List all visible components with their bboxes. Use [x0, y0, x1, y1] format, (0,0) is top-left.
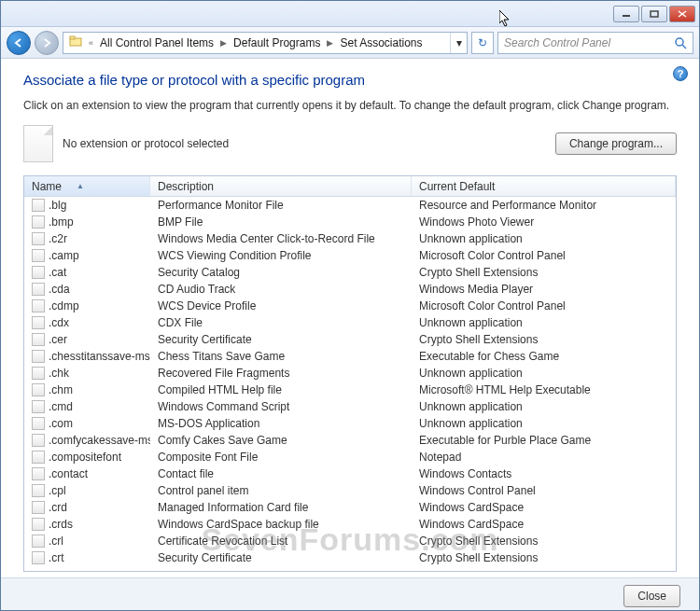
breadcrumb-dropdown[interactable]: ▾	[450, 33, 467, 53]
file-type-icon	[32, 299, 45, 312]
file-type-icon	[32, 484, 45, 497]
table-row[interactable]: .crdManaged Information Card fileWindows…	[24, 499, 676, 516]
file-type-icon	[32, 333, 45, 346]
search-placeholder: Search Control Panel	[504, 36, 610, 49]
column-header-description[interactable]: Description	[150, 176, 412, 196]
table-row[interactable]: .cdaCD Audio TrackWindows Media Player	[24, 281, 676, 298]
table-row[interactable]: .chmCompiled HTML Help fileMicrosoft® HT…	[24, 382, 676, 398]
table-row[interactable]: .catSecurity CatalogCrypto Shell Extensi…	[24, 264, 676, 281]
file-type-icon	[32, 434, 45, 447]
table-row[interactable]: .chkRecovered File FragmentsUnknown appl…	[24, 365, 676, 382]
maximize-button[interactable]	[641, 6, 667, 22]
svg-line-7	[682, 45, 686, 49]
close-button[interactable]: Close	[623, 585, 680, 607]
minimize-button[interactable]	[613, 6, 639, 22]
file-type-icon	[32, 551, 45, 564]
breadcrumb-item[interactable]: All Control Panel Items	[96, 36, 217, 49]
table-row[interactable]: .bmpBMP FileWindows Photo Viewer	[24, 214, 676, 230]
svg-rect-5	[70, 36, 75, 39]
close-window-button[interactable]	[669, 6, 695, 22]
table-row[interactable]: .cplControl panel itemWindows Control Pa…	[24, 482, 676, 499]
table-row[interactable]: .comfycakessave-msComfy Cakes Save GameE…	[24, 432, 676, 449]
file-type-icon	[32, 266, 45, 279]
file-type-icon	[32, 199, 45, 212]
table-row[interactable]: .cerSecurity CertificateCrypto Shell Ext…	[24, 331, 676, 348]
table-row[interactable]: .blgPerformance Monitor FileResource and…	[24, 197, 676, 214]
table-header: Name▲ Description Current Default	[24, 176, 676, 197]
forward-button[interactable]	[35, 31, 59, 55]
svg-point-6	[676, 38, 683, 46]
table-row[interactable]: .crlCertificate Revocation ListCrypto Sh…	[24, 533, 676, 549]
table-row[interactable]: .c2rWindows Media Center Click-to-Record…	[24, 230, 676, 247]
chevron-right-icon: ▶	[324, 38, 336, 48]
file-type-icon	[32, 350, 45, 363]
table-row[interactable]: .chesstitanssave-msChess Titans Save Gam…	[24, 348, 676, 365]
search-input[interactable]: Search Control Panel	[497, 32, 693, 54]
breadcrumb-item[interactable]: Set Associations	[336, 36, 426, 49]
file-type-icon	[32, 400, 45, 413]
file-type-icon	[32, 417, 45, 430]
associations-table: Name▲ Description Current Default .blgPe…	[23, 175, 677, 572]
footer: Close	[1, 577, 699, 611]
back-button[interactable]	[7, 31, 31, 55]
breadcrumb[interactable]: « All Control Panel Items ▶ Default Prog…	[63, 32, 468, 54]
table-body[interactable]: .blgPerformance Monitor FileResource and…	[24, 197, 676, 572]
chevron-right-icon: «	[86, 38, 96, 48]
table-row[interactable]: .cmdWindows Command ScriptUnknown applic…	[24, 398, 676, 415]
file-type-icon	[32, 249, 45, 262]
column-header-name[interactable]: Name▲	[24, 176, 150, 196]
table-row[interactable]: .cdmpWCS Device ProfileMicrosoft Color C…	[24, 298, 676, 314]
search-icon	[674, 36, 687, 49]
file-type-icon	[32, 451, 45, 464]
table-row[interactable]: .comMS-DOS ApplicationUnknown applicatio…	[24, 415, 676, 432]
file-type-icon	[32, 383, 45, 396]
file-type-icon	[32, 501, 45, 514]
no-extension-text: No extension or protocol selected	[63, 137, 229, 150]
file-type-icon	[32, 518, 45, 531]
column-header-default[interactable]: Current Default	[412, 176, 676, 196]
svg-rect-1	[651, 11, 658, 17]
table-row[interactable]: .compositefontComposite Font FileNotepad	[24, 449, 676, 465]
table-row[interactable]: .contactContact fileWindows Contacts	[24, 465, 676, 482]
table-row[interactable]: .crtSecurity CertificateCrypto Shell Ext…	[24, 549, 676, 566]
chevron-right-icon: ▶	[217, 38, 230, 48]
page-title: Associate a file type or protocol with a…	[23, 72, 677, 88]
table-row[interactable]: .crdsWindows CardSpace backup fileWindow…	[24, 516, 676, 533]
file-type-icon	[32, 467, 45, 480]
change-program-button[interactable]: Change program...	[555, 132, 677, 155]
file-type-icon	[32, 367, 45, 380]
file-type-icon	[32, 215, 45, 229]
nav-toolbar: « All Control Panel Items ▶ Default Prog…	[1, 27, 699, 59]
breadcrumb-item[interactable]: Default Programs	[230, 36, 324, 49]
blank-file-icon	[23, 125, 53, 162]
sort-asc-icon: ▲	[77, 182, 84, 190]
help-icon[interactable]: ?	[673, 66, 688, 81]
file-type-icon	[32, 535, 45, 548]
table-row[interactable]: .cdxCDX FileUnknown application	[24, 314, 676, 331]
refresh-button[interactable]: ↻	[471, 32, 494, 54]
folder-icon	[69, 35, 82, 47]
file-type-icon	[32, 283, 45, 296]
file-type-icon	[32, 232, 45, 245]
table-row[interactable]: .campWCS Viewing Condition ProfileMicros…	[24, 247, 676, 264]
page-subtitle: Click on an extension to view the progra…	[23, 99, 677, 112]
file-type-icon	[32, 316, 45, 329]
titlebar	[1, 1, 699, 27]
